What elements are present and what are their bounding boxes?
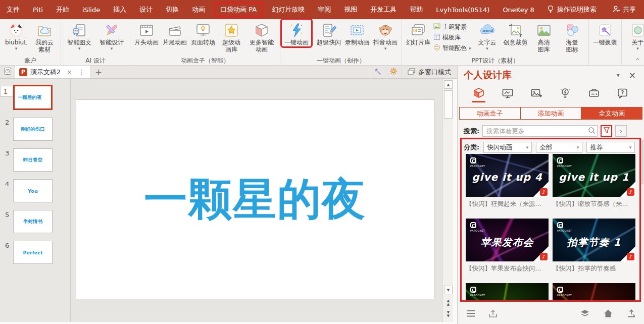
outro-animation-button[interactable]: 片尾动画	[161, 20, 189, 46]
hd-gallery-button[interactable]: 高清图库	[530, 20, 558, 53]
scroll-down-button[interactable]: ▼	[444, 286, 453, 294]
menu-home[interactable]: 开始	[49, 0, 76, 19]
super-flash-button[interactable]: 超级快闪	[315, 20, 343, 46]
slide-item-2[interactable]: 2 刚好的伤口	[0, 118, 70, 141]
slide-library-button[interactable]: 幻灯片库	[404, 20, 432, 46]
onekey-animation-button[interactable]: 一键动画	[282, 20, 311, 46]
tab-add-animation[interactable]: 添加动画	[520, 107, 582, 120]
close-tab-icon[interactable]: ×	[65, 68, 74, 76]
menu-help[interactable]: 帮助	[403, 0, 429, 19]
category-select-type[interactable]: 快闪动画▾	[483, 142, 532, 153]
settings-gear-button[interactable]	[385, 66, 401, 78]
slide-thumbnail[interactable]: 刚好的伤口	[13, 118, 53, 141]
creative-crop-button[interactable]: 创意裁剪	[502, 20, 530, 46]
animation-thumbnail[interactable]: PAPOCKET	[553, 283, 635, 302]
scroll-up-button[interactable]: ▲	[444, 80, 453, 89]
slide-page[interactable]: 一颗星的夜	[76, 99, 434, 299]
record-animation-button[interactable]: 录制动画	[343, 20, 371, 46]
tab-fulltext-animation[interactable]: 全文动画	[581, 107, 642, 120]
menu-pocket-animation[interactable]: 口袋动画 PA	[214, 2, 263, 17]
icon-library-button[interactable]: 海量图标	[558, 20, 586, 53]
page-transition-button[interactable]: 页面转场	[189, 20, 217, 46]
search-input[interactable]	[482, 125, 598, 137]
slide-item-5[interactable]: 5 半封情书	[0, 210, 70, 233]
panel-scrollbar[interactable]	[640, 139, 643, 300]
menu-slideshow[interactable]: 幻灯片放映	[265, 0, 311, 19]
about-button[interactable]: 关于 ▾	[624, 20, 644, 51]
search-icon[interactable]	[588, 127, 596, 136]
slide-thumbnail[interactable]: 半封情书	[13, 210, 53, 233]
slide-thumbnail[interactable]: Perfect	[13, 241, 53, 264]
filter-button[interactable]	[601, 125, 612, 137]
category-select-all[interactable]: 全部▾	[536, 142, 582, 153]
scrollbar-thumb[interactable]	[444, 90, 453, 119]
panel-dropdown-icon[interactable]: ▾	[610, 72, 627, 79]
menu-lvyhtools[interactable]: LvyhTools(0514)	[429, 0, 496, 19]
menu-design[interactable]: 设计	[133, 0, 159, 19]
animation-thumbnail[interactable]: PAPOCKET 拍掌节奏 1 ♪	[553, 219, 635, 261]
beautify-wand-button[interactable]	[369, 66, 385, 78]
multi-window-mode-button[interactable]: 多窗口模式	[401, 68, 457, 77]
smart-color-button[interactable]: 智能配色 ▾	[433, 44, 471, 52]
menu-onekey[interactable]: OneKey 8	[496, 0, 540, 19]
intro-animation-button[interactable]: 片头动画	[132, 20, 161, 46]
animation-thumbnail[interactable]: PAPOCKET 苹果发布会 ♪	[466, 219, 549, 261]
menu-icon[interactable]	[466, 309, 476, 317]
word-cloud-button[interactable]: word 文字云 ▾	[473, 20, 502, 51]
previous-slide-button[interactable]: ▲ ▲	[444, 299, 453, 306]
ribbon-collapse-chevron[interactable]: ^	[635, 58, 640, 65]
douyin-animation-button[interactable]: 抖音动画 ▾	[371, 20, 400, 51]
animation-thumbnail[interactable]: PAPOCKET give it up 1 ♪	[553, 154, 635, 197]
account-button[interactable]: biubiuL ▾	[2, 20, 30, 51]
slide-thumbnail[interactable]: 一颗星的夜	[13, 85, 53, 110]
template-library-button[interactable]: 模板库	[433, 33, 471, 42]
menu-animations[interactable]: 动画	[185, 0, 212, 19]
upload-icon[interactable]	[488, 309, 498, 318]
menu-piti[interactable]: Piti	[26, 0, 49, 19]
category-select-sort[interactable]: 推荐▾	[586, 142, 635, 153]
slide-item-3[interactable]: 3 昨日青空	[0, 148, 70, 172]
theme-background-button[interactable]: 主题背景	[433, 23, 471, 31]
menu-review[interactable]: 审阅	[311, 0, 337, 19]
menu-transitions[interactable]: 切换	[159, 0, 185, 19]
slide-item-1[interactable]: 1 一颗星的夜	[0, 86, 70, 110]
tell-me-search[interactable]: 操作说明搜索	[541, 5, 603, 15]
home-icon[interactable]	[603, 309, 613, 318]
tab-animation-box[interactable]: 动画盒子	[459, 107, 521, 120]
nav-image-add-icon[interactable]	[527, 87, 546, 99]
onekey-outfit-button[interactable]: 一键换装	[591, 20, 619, 46]
next-slide-button[interactable]: ▼ ▼	[444, 311, 453, 318]
nav-idea-bulb-icon[interactable]	[556, 87, 574, 99]
my-cloud-assets-button[interactable]: 我的云素材	[30, 20, 59, 53]
panel-scrollbar-thumb[interactable]	[640, 140, 643, 184]
menu-file[interactable]: 文件	[0, 0, 26, 19]
animation-thumbnail[interactable]: PAPOCKET give it up 4 ♪	[466, 154, 549, 197]
menu-view[interactable]: 视图	[337, 0, 364, 19]
publish-icon[interactable]	[626, 309, 636, 318]
slide-thumbnail[interactable]: 昨日青空	[13, 148, 53, 172]
tab-more-icon[interactable]: ⋮	[77, 68, 86, 76]
panel-close-icon[interactable]: ×	[627, 70, 638, 80]
new-tab-button[interactable]: +	[91, 66, 106, 78]
menu-developer[interactable]: 开发工具	[364, 0, 403, 19]
nav-presentation-icon[interactable]	[499, 87, 517, 99]
smart-graphics-button[interactable]: 智能图文 ▾	[63, 20, 95, 51]
menu-islide[interactable]: iSlide	[76, 0, 107, 19]
document-tab[interactable]: P 演示文稿2 × ⋮	[15, 66, 91, 78]
more-smart-animation-button[interactable]: 更多智能动画	[245, 20, 278, 53]
smart-design-button[interactable]: 智能设计 ▾	[95, 20, 128, 51]
expand-arrow-button[interactable]: ›	[615, 125, 627, 137]
share-button[interactable]: 共享	[604, 5, 644, 15]
slide-item-6[interactable]: 6 Perfect	[0, 241, 70, 264]
menu-insert[interactable]: 插入	[107, 0, 133, 19]
nav-animation-cube-icon[interactable]	[470, 87, 488, 99]
nav-storage-drive-icon[interactable]	[585, 87, 603, 99]
animation-thumbnail[interactable]: PAPOCKET	[466, 283, 549, 302]
recent-files-button[interactable]	[0, 66, 15, 78]
slide-thumbnail[interactable]: You	[13, 179, 53, 202]
layers-icon[interactable]	[580, 309, 590, 318]
slide-title-text[interactable]: 一颗星的夜	[144, 170, 366, 229]
nav-help-chat-icon[interactable]: ?	[614, 87, 632, 99]
slide-item-4[interactable]: 4 You	[0, 179, 70, 202]
super-animation-library-button[interactable]: 超级动画库	[217, 20, 245, 53]
